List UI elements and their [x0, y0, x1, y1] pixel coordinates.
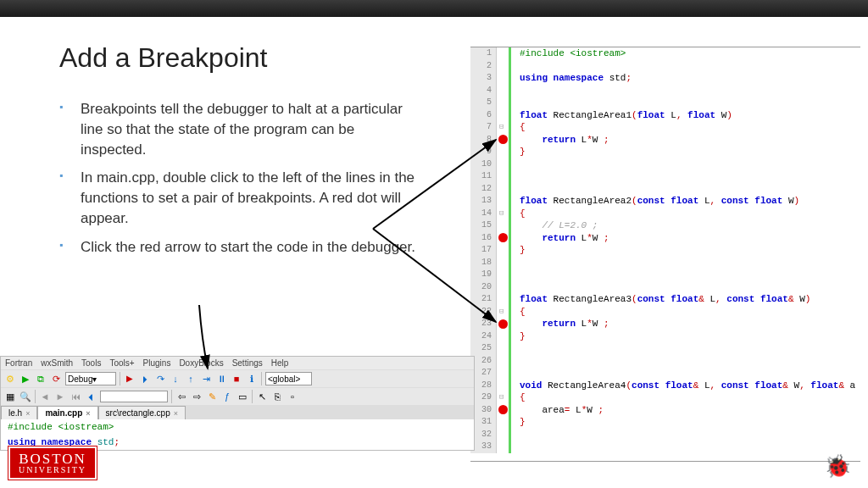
- fold-icon[interactable]: ⊟: [499, 391, 504, 404]
- code-line[interactable]: 1#include <iostream>: [470, 47, 860, 60]
- arrow-left-icon[interactable]: ⇦: [175, 391, 187, 402]
- code-line[interactable]: 22⊟{: [470, 306, 860, 319]
- breakpoint-gutter[interactable]: [496, 330, 511, 343]
- stop-debug-icon[interactable]: ■: [231, 373, 242, 385]
- breakpoint-gutter[interactable]: [496, 342, 511, 355]
- code-line[interactable]: 8 return L*W ;: [470, 134, 860, 147]
- code-line[interactable]: 5: [470, 97, 860, 109]
- breakpoint-gutter[interactable]: [496, 441, 511, 453]
- breakpoint-gutter[interactable]: [496, 134, 511, 147]
- breakpoint-gutter[interactable]: [496, 355, 511, 368]
- cursor-icon[interactable]: ↖: [256, 391, 268, 402]
- scope-select[interactable]: <global>: [265, 372, 312, 385]
- code-line[interactable]: 15 // L=2.0 ;: [470, 219, 860, 232]
- breakpoint-gutter[interactable]: [496, 219, 511, 232]
- close-icon[interactable]: ×: [174, 409, 178, 418]
- config-select[interactable]: Debug ▾: [65, 372, 116, 385]
- breakpoint-gutter[interactable]: [496, 380, 511, 392]
- menu-item[interactable]: wxSmith: [41, 358, 73, 368]
- step-out-icon[interactable]: ↑: [185, 373, 197, 385]
- code-line[interactable]: 9}: [470, 146, 860, 158]
- breakpoint-gutter[interactable]: [496, 109, 511, 122]
- menu-item[interactable]: Tools: [81, 358, 101, 368]
- breakpoint-gutter[interactable]: ⊟: [496, 121, 511, 134]
- code-line[interactable]: 30 area= L*W ;: [470, 404, 860, 417]
- breakpoint-gutter[interactable]: [496, 170, 511, 183]
- code-line[interactable]: 16 return L*W ;: [470, 232, 860, 245]
- breakpoint-gutter[interactable]: ⊟: [496, 208, 511, 220]
- code-line[interactable]: 25: [470, 342, 860, 355]
- search-field[interactable]: [100, 391, 168, 402]
- menu-item[interactable]: Help: [271, 358, 289, 368]
- code-line[interactable]: 32: [470, 429, 860, 441]
- code-line[interactable]: 23 return L*W ;: [470, 318, 860, 330]
- info-icon[interactable]: ℹ: [246, 373, 258, 385]
- editor-tab[interactable]: le.h×: [1, 406, 37, 419]
- fold-icon[interactable]: ⊟: [499, 208, 504, 220]
- menu-item[interactable]: Settings: [232, 358, 263, 368]
- breakpoint-gutter[interactable]: [496, 416, 511, 429]
- breakpoint-gutter[interactable]: [496, 85, 511, 97]
- code-line[interactable]: 18: [470, 257, 860, 269]
- stop-icon[interactable]: ⟳: [50, 373, 62, 385]
- breakpoint-dot[interactable]: [498, 405, 508, 414]
- code-editor[interactable]: 1#include <iostream>23using namespace st…: [470, 47, 860, 462]
- fold-icon[interactable]: ⊟: [499, 306, 504, 319]
- breakpoint-gutter[interactable]: [496, 158, 511, 171]
- code-line[interactable]: 10: [470, 158, 860, 171]
- nav-last-icon[interactable]: ⏮: [70, 391, 81, 402]
- breakpoint-dot[interactable]: [498, 135, 508, 144]
- fold-icon[interactable]: ⊟: [499, 121, 504, 134]
- breakpoint-gutter[interactable]: [496, 269, 511, 281]
- arrow-right-icon[interactable]: ⇨: [191, 391, 203, 402]
- breakpoint-gutter[interactable]: [496, 367, 511, 380]
- breakpoint-gutter[interactable]: [496, 195, 511, 208]
- breakpoint-gutter[interactable]: [496, 72, 511, 85]
- build-run-icon[interactable]: ⧉: [35, 373, 47, 385]
- breakpoint-gutter[interactable]: ⊟: [496, 391, 511, 404]
- breakpoint-dot[interactable]: [498, 233, 508, 242]
- code-line[interactable]: 11: [470, 170, 860, 183]
- next-instr-icon[interactable]: ⇥: [200, 373, 212, 385]
- breakpoint-gutter[interactable]: [496, 232, 511, 245]
- code-line[interactable]: 33: [470, 441, 860, 453]
- menu-item[interactable]: Fortran: [5, 358, 32, 368]
- code-line[interactable]: 29⊟{: [470, 391, 860, 404]
- code-line[interactable]: 7⊟{: [470, 121, 860, 134]
- bookmark-icon[interactable]: ⏴: [85, 391, 97, 402]
- step-into-icon[interactable]: ↓: [170, 373, 181, 385]
- code-line[interactable]: 27: [470, 367, 860, 380]
- code-line[interactable]: 19: [470, 269, 860, 281]
- code-line[interactable]: 24}: [470, 330, 860, 343]
- block-icon[interactable]: ▫: [287, 391, 298, 402]
- breakpoint-dot[interactable]: [498, 319, 508, 329]
- debug-start-icon[interactable]: ▶: [124, 373, 136, 385]
- breakpoint-gutter[interactable]: [496, 293, 511, 306]
- breakpoint-gutter[interactable]: [496, 257, 511, 269]
- breakpoint-gutter[interactable]: [496, 318, 511, 330]
- nav-back-icon[interactable]: ◄: [39, 391, 51, 402]
- marker-icon[interactable]: ✎: [206, 391, 218, 402]
- menu-item[interactable]: DoxyBlocks: [179, 358, 223, 368]
- code-line[interactable]: 12: [470, 183, 860, 196]
- code-line[interactable]: 26: [470, 355, 860, 368]
- search-icon[interactable]: 🔍: [19, 391, 31, 402]
- code-line[interactable]: 2: [470, 60, 860, 73]
- step-over-icon[interactable]: ↷: [154, 373, 166, 385]
- breakpoint-gutter[interactable]: [496, 404, 511, 417]
- code-line[interactable]: 31}: [470, 416, 860, 429]
- breakpoint-gutter[interactable]: [496, 47, 511, 60]
- code-line[interactable]: 6float RectangleArea1(float L, float W): [470, 109, 860, 122]
- breakpoint-gutter[interactable]: [496, 97, 511, 109]
- breakpoint-gutter[interactable]: [496, 146, 511, 158]
- code-line[interactable]: 28void RectangleArea4(const float& L, co…: [470, 380, 860, 392]
- code-line[interactable]: 21float RectangleArea3(const float& L, c…: [470, 293, 860, 306]
- close-icon[interactable]: ×: [86, 409, 90, 418]
- break-icon[interactable]: ⏸: [215, 373, 227, 385]
- win-icon[interactable]: ▭: [236, 391, 248, 402]
- code-line[interactable]: 20: [470, 281, 860, 294]
- editor-tab[interactable]: src\rectangle.cpp×: [98, 406, 186, 419]
- play-icon[interactable]: ▶: [19, 373, 31, 385]
- run-to-cursor-icon[interactable]: ⏵: [139, 373, 151, 385]
- menu-item[interactable]: Tools+: [109, 358, 134, 368]
